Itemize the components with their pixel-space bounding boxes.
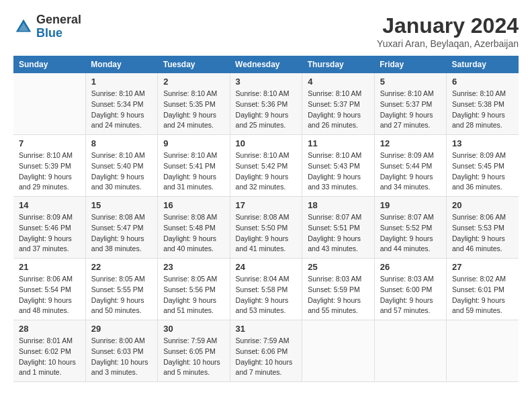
calendar-cell: 27Sunrise: 8:02 AMSunset: 6:01 PMDayligh… <box>447 259 519 320</box>
day-number: 8 <box>91 138 152 148</box>
day-number: 29 <box>91 324 152 334</box>
calendar-cell: 14Sunrise: 8:09 AMSunset: 5:46 PMDayligh… <box>13 197 85 259</box>
col-sunday: Sunday <box>13 56 85 73</box>
day-info: Sunrise: 7:59 AMSunset: 6:05 PMDaylight:… <box>163 336 224 378</box>
day-info: Sunrise: 8:08 AMSunset: 5:50 PMDaylight:… <box>236 212 297 255</box>
calendar-cell: 3Sunrise: 8:10 AMSunset: 5:36 PMDaylight… <box>230 73 302 135</box>
calendar-week-4: 21Sunrise: 8:06 AMSunset: 5:54 PMDayligh… <box>13 259 519 320</box>
day-info: Sunrise: 8:10 AMSunset: 5:37 PMDaylight:… <box>308 89 368 131</box>
day-info: Sunrise: 8:07 AMSunset: 5:51 PMDaylight:… <box>308 212 368 255</box>
col-wednesday: Wednesday <box>230 56 302 73</box>
day-info: Sunrise: 8:03 AMSunset: 6:00 PMDaylight:… <box>380 274 441 316</box>
calendar-cell: 5Sunrise: 8:10 AMSunset: 5:37 PMDaylight… <box>374 73 446 135</box>
calendar-cell <box>374 320 446 382</box>
calendar-cell: 22Sunrise: 8:05 AMSunset: 5:55 PMDayligh… <box>85 259 157 320</box>
day-info: Sunrise: 8:02 AMSunset: 6:01 PMDaylight:… <box>452 274 513 316</box>
month-title: January 2024 <box>377 13 519 38</box>
calendar-cell: 29Sunrise: 8:00 AMSunset: 6:03 PMDayligh… <box>85 320 157 382</box>
day-number: 23 <box>163 262 224 272</box>
day-info: Sunrise: 8:04 AMSunset: 5:58 PMDaylight:… <box>236 274 297 316</box>
calendar-cell: 24Sunrise: 8:04 AMSunset: 5:58 PMDayligh… <box>230 259 302 320</box>
day-info: Sunrise: 7:59 AMSunset: 6:06 PMDaylight:… <box>236 336 297 378</box>
day-number: 9 <box>163 138 224 148</box>
calendar-cell: 25Sunrise: 8:03 AMSunset: 5:59 PMDayligh… <box>302 259 374 320</box>
col-saturday: Saturday <box>447 56 519 73</box>
day-number: 12 <box>380 138 441 148</box>
calendar-cell: 31Sunrise: 7:59 AMSunset: 6:06 PMDayligh… <box>230 320 302 382</box>
calendar-cell: 6Sunrise: 8:10 AMSunset: 5:38 PMDaylight… <box>447 73 519 135</box>
calendar-cell: 21Sunrise: 8:06 AMSunset: 5:54 PMDayligh… <box>13 259 85 320</box>
day-number: 21 <box>19 262 80 272</box>
day-info: Sunrise: 8:06 AMSunset: 5:53 PMDaylight:… <box>452 212 513 255</box>
day-number: 22 <box>91 262 152 272</box>
calendar-cell: 17Sunrise: 8:08 AMSunset: 5:50 PMDayligh… <box>230 197 302 259</box>
calendar-week-5: 28Sunrise: 8:01 AMSunset: 6:02 PMDayligh… <box>13 320 519 382</box>
title-block: January 2024 Yuxari Aran, Beylaqan, Azer… <box>377 13 519 49</box>
day-number: 13 <box>452 138 513 148</box>
col-monday: Monday <box>85 56 157 73</box>
logo-icon <box>13 17 34 37</box>
day-info: Sunrise: 8:10 AMSunset: 5:35 PMDaylight:… <box>163 89 224 131</box>
calendar-cell: 1Sunrise: 8:10 AMSunset: 5:34 PMDaylight… <box>85 73 157 135</box>
day-info: Sunrise: 8:00 AMSunset: 6:03 PMDaylight:… <box>91 336 152 378</box>
day-info: Sunrise: 8:10 AMSunset: 5:42 PMDaylight:… <box>236 150 297 193</box>
day-info: Sunrise: 8:10 AMSunset: 5:41 PMDaylight:… <box>163 150 224 193</box>
logo-text: General Blue <box>36 13 81 40</box>
day-info: Sunrise: 8:09 AMSunset: 5:45 PMDaylight:… <box>452 150 513 193</box>
calendar-table: Sunday Monday Tuesday Wednesday Thursday… <box>13 56 519 382</box>
day-info: Sunrise: 8:09 AMSunset: 5:44 PMDaylight:… <box>380 150 441 193</box>
day-number: 5 <box>380 77 441 87</box>
calendar-week-2: 7Sunrise: 8:10 AMSunset: 5:39 PMDaylight… <box>13 135 519 197</box>
day-info: Sunrise: 8:03 AMSunset: 5:59 PMDaylight:… <box>308 274 368 316</box>
day-number: 16 <box>163 200 224 210</box>
day-info: Sunrise: 8:05 AMSunset: 5:55 PMDaylight:… <box>91 274 152 316</box>
col-thursday: Thursday <box>302 56 374 73</box>
calendar-cell: 4Sunrise: 8:10 AMSunset: 5:37 PMDaylight… <box>302 73 374 135</box>
day-info: Sunrise: 8:07 AMSunset: 5:52 PMDaylight:… <box>380 212 441 255</box>
calendar-cell: 26Sunrise: 8:03 AMSunset: 6:00 PMDayligh… <box>374 259 446 320</box>
day-number: 10 <box>236 138 297 148</box>
day-number: 17 <box>236 200 297 210</box>
calendar-cell: 12Sunrise: 8:09 AMSunset: 5:44 PMDayligh… <box>374 135 446 197</box>
day-info: Sunrise: 8:06 AMSunset: 5:54 PMDaylight:… <box>19 274 80 316</box>
day-number: 3 <box>236 77 297 87</box>
calendar-cell: 8Sunrise: 8:10 AMSunset: 5:40 PMDaylight… <box>85 135 157 197</box>
calendar-cell: 7Sunrise: 8:10 AMSunset: 5:39 PMDaylight… <box>13 135 85 197</box>
day-number: 25 <box>308 262 368 272</box>
day-info: Sunrise: 8:09 AMSunset: 5:46 PMDaylight:… <box>19 212 80 255</box>
day-info: Sunrise: 8:10 AMSunset: 5:38 PMDaylight:… <box>452 89 513 131</box>
calendar-cell: 19Sunrise: 8:07 AMSunset: 5:52 PMDayligh… <box>374 197 446 259</box>
calendar-cell: 18Sunrise: 8:07 AMSunset: 5:51 PMDayligh… <box>302 197 374 259</box>
day-number: 30 <box>163 324 224 334</box>
day-info: Sunrise: 8:01 AMSunset: 6:02 PMDaylight:… <box>19 336 80 378</box>
day-number: 2 <box>163 77 224 87</box>
day-info: Sunrise: 8:10 AMSunset: 5:36 PMDaylight:… <box>236 89 297 131</box>
day-number: 1 <box>91 77 152 87</box>
calendar-cell <box>13 73 85 135</box>
day-number: 4 <box>308 77 368 87</box>
day-number: 19 <box>380 200 441 210</box>
calendar-cell: 15Sunrise: 8:08 AMSunset: 5:47 PMDayligh… <box>85 197 157 259</box>
day-number: 11 <box>308 138 368 148</box>
day-number: 27 <box>452 262 513 272</box>
day-info: Sunrise: 8:10 AMSunset: 5:39 PMDaylight:… <box>19 150 80 193</box>
calendar-body: 1Sunrise: 8:10 AMSunset: 5:34 PMDaylight… <box>13 73 519 382</box>
header-row: Sunday Monday Tuesday Wednesday Thursday… <box>13 56 519 73</box>
day-number: 14 <box>19 200 80 210</box>
calendar-cell: 11Sunrise: 8:10 AMSunset: 5:43 PMDayligh… <box>302 135 374 197</box>
day-number: 18 <box>308 200 368 210</box>
day-number: 31 <box>236 324 297 334</box>
day-info: Sunrise: 8:10 AMSunset: 5:43 PMDaylight:… <box>308 150 368 193</box>
calendar-cell: 2Sunrise: 8:10 AMSunset: 5:35 PMDaylight… <box>158 73 230 135</box>
calendar-cell: 10Sunrise: 8:10 AMSunset: 5:42 PMDayligh… <box>230 135 302 197</box>
calendar-cell: 9Sunrise: 8:10 AMSunset: 5:41 PMDaylight… <box>158 135 230 197</box>
calendar-cell: 20Sunrise: 8:06 AMSunset: 5:53 PMDayligh… <box>447 197 519 259</box>
col-tuesday: Tuesday <box>158 56 230 73</box>
calendar-cell: 13Sunrise: 8:09 AMSunset: 5:45 PMDayligh… <box>447 135 519 197</box>
day-number: 6 <box>452 77 513 87</box>
calendar-header: Sunday Monday Tuesday Wednesday Thursday… <box>13 56 519 73</box>
calendar-cell: 28Sunrise: 8:01 AMSunset: 6:02 PMDayligh… <box>13 320 85 382</box>
calendar-week-1: 1Sunrise: 8:10 AMSunset: 5:34 PMDaylight… <box>13 73 519 135</box>
calendar-week-3: 14Sunrise: 8:09 AMSunset: 5:46 PMDayligh… <box>13 197 519 259</box>
day-info: Sunrise: 8:08 AMSunset: 5:48 PMDaylight:… <box>163 212 224 255</box>
